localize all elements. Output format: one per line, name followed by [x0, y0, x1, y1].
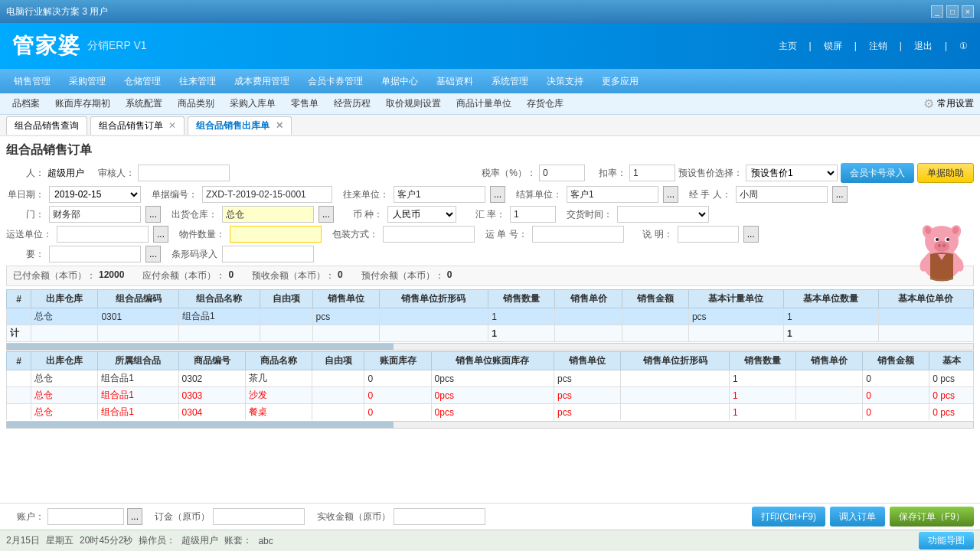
- waybill-input[interactable]: [532, 226, 624, 243]
- close-button[interactable]: ×: [962, 5, 974, 18]
- sub-nav-3[interactable]: 商品类别: [172, 95, 220, 112]
- req-label: 要：: [6, 248, 44, 261]
- nav-basic[interactable]: 基础资料: [429, 72, 481, 91]
- tab-close-1[interactable]: ✕: [168, 120, 176, 131]
- dept-label: 门：: [6, 208, 44, 221]
- nav-decision[interactable]: 决策支持: [539, 72, 591, 91]
- shipping-input[interactable]: [57, 226, 149, 243]
- sub-nav-8[interactable]: 商品计量单位: [450, 95, 518, 112]
- barcode-input[interactable]: [222, 246, 314, 262]
- req-input[interactable]: [49, 246, 141, 262]
- breadcrumb-tab-1[interactable]: 组合品销售订单 ✕: [90, 116, 185, 135]
- discount-input[interactable]: [629, 165, 675, 181]
- dept-input[interactable]: [49, 206, 141, 223]
- nav-lock[interactable]: 锁屏: [824, 40, 842, 53]
- account-lookup-button[interactable]: ...: [127, 508, 142, 525]
- svg-point-7: [936, 238, 939, 241]
- lcol-price: 销售单价: [796, 352, 863, 370]
- date-input[interactable]: 2019-02-15: [49, 186, 141, 203]
- settings-label[interactable]: 常用设置: [937, 97, 974, 110]
- sub-nav-0[interactable]: 品档案: [6, 95, 46, 112]
- title-bar: 电脑行业解决方案 3 用户 _ □ ×: [0, 0, 980, 23]
- sub-nav-4[interactable]: 采购入库单: [224, 95, 282, 112]
- brand-name: 管家婆: [12, 31, 81, 60]
- sub-nav-1[interactable]: 账面库存期初: [49, 95, 116, 112]
- nav-member[interactable]: 会员卡券管理: [300, 72, 371, 91]
- lower-table-row-2[interactable]: 总仓 组合品1 0304 餐桌 0 0pcs pcs 1 0 0 pcs: [7, 404, 974, 421]
- handler-label: 经 手 人：: [689, 188, 731, 201]
- sub-nav-6[interactable]: 经营历程: [328, 95, 377, 112]
- minimize-button[interactable]: _: [931, 5, 943, 18]
- save-button[interactable]: 保存订单（F9）: [890, 507, 974, 527]
- sub-nav: 品档案 账面库存期初 系统配置 商品类别 采购入库单 零售单 经营历程 取价规则…: [0, 93, 980, 115]
- tax-rate-label: 税率（%）：: [482, 167, 536, 180]
- lower-row0-qty: 1: [730, 370, 796, 387]
- req-lookup-button[interactable]: ...: [145, 246, 161, 262]
- upper-table-scrollbar[interactable]: [6, 343, 974, 350]
- lower-table-row-0[interactable]: 总仓 组合品1 0302 茶几 0 0pcs pcs 1 0 0 pcs: [7, 370, 974, 387]
- member-card-button[interactable]: 会员卡号录入: [841, 163, 914, 183]
- nav-logout[interactable]: 注销: [869, 40, 887, 53]
- sub-nav-7[interactable]: 取价规则设置: [380, 95, 447, 112]
- breadcrumb-tab-2[interactable]: 组合品销售出库单 ✕: [188, 116, 291, 135]
- lcol-combo: 所属组合品: [98, 352, 178, 370]
- note-label: 说 明：: [635, 228, 673, 241]
- nav-purchase[interactable]: 采购管理: [61, 72, 113, 91]
- svg-point-2: [934, 241, 949, 252]
- nav-voucher[interactable]: 单据中心: [374, 72, 426, 91]
- breadcrumb-tab-0[interactable]: 组合品销售查询: [6, 116, 87, 135]
- status-account-label: 账套：: [224, 534, 252, 547]
- handler-lookup-button[interactable]: ...: [832, 186, 848, 203]
- shipping-lookup-button[interactable]: ...: [153, 226, 168, 243]
- sub-nav-5[interactable]: 零售单: [285, 95, 325, 112]
- lower-table-scrollbar[interactable]: [6, 421, 974, 429]
- upper-total-row: 计 1 1: [7, 325, 974, 342]
- sub-nav-2[interactable]: 系统配置: [119, 95, 168, 112]
- nav-warehouse[interactable]: 仓储管理: [116, 72, 168, 91]
- parts-input[interactable]: [230, 226, 322, 243]
- note-lookup-button[interactable]: ...: [743, 226, 759, 243]
- partner-input[interactable]: [394, 186, 485, 203]
- import-button[interactable]: 调入订单: [830, 507, 885, 527]
- function-map-button[interactable]: 功能导图: [919, 532, 974, 549]
- nav-home[interactable]: 主页: [779, 40, 797, 53]
- status-time: 20时45分2秒: [80, 534, 132, 547]
- nav-dealings[interactable]: 往来管理: [172, 72, 224, 91]
- lower-table-row-1[interactable]: 总仓 组合品1 0303 沙发 0 0pcs pcs 1 0 0 pcs: [7, 387, 974, 404]
- warehouse-input[interactable]: [222, 206, 314, 223]
- settle-lookup-button[interactable]: ...: [663, 186, 678, 203]
- nav-info[interactable]: ①: [959, 41, 968, 51]
- receivable-label: 应付余额（本币）：: [142, 269, 225, 282]
- print-button[interactable]: 打印(Ctrl+F9): [752, 507, 825, 527]
- note-input[interactable]: [678, 226, 739, 243]
- nav-cost[interactable]: 成本费用管理: [227, 72, 297, 91]
- barcode-label: 条形码录入: [172, 248, 217, 261]
- nav-sales[interactable]: 销售管理: [6, 72, 58, 91]
- order-total-input[interactable]: [213, 508, 305, 525]
- maximize-button[interactable]: □: [946, 5, 959, 18]
- col-no: #: [7, 290, 31, 308]
- reviewer-input[interactable]: [138, 165, 230, 181]
- handler-input[interactable]: [736, 186, 828, 203]
- order-no-input[interactable]: [202, 186, 332, 203]
- nav-exit[interactable]: 退出: [914, 40, 933, 53]
- tab-close-2[interactable]: ✕: [276, 120, 283, 131]
- sub-nav-9[interactable]: 存货仓库: [521, 95, 570, 112]
- nav-more[interactable]: 更多应用: [594, 72, 646, 91]
- warehouse-lookup-button[interactable]: ...: [318, 206, 334, 223]
- trade-time-select[interactable]: [617, 206, 709, 223]
- price-select[interactable]: 预设售价1: [746, 165, 838, 181]
- partner-lookup-button[interactable]: ...: [490, 186, 505, 203]
- pack-input[interactable]: [383, 226, 475, 243]
- tax-rate-input[interactable]: [539, 165, 585, 181]
- settle-input[interactable]: [567, 186, 658, 203]
- table-row[interactable]: 总仓 0301 组合品1 pcs 1 pcs 1: [7, 308, 974, 325]
- exchange-input[interactable]: [510, 206, 556, 223]
- dept-lookup-button[interactable]: ...: [145, 206, 161, 223]
- currency-select[interactable]: 人民币: [387, 206, 456, 223]
- help-button[interactable]: 单据助助: [917, 163, 974, 183]
- nav-system[interactable]: 系统管理: [484, 72, 536, 91]
- actual-input[interactable]: [394, 508, 485, 525]
- account-input[interactable]: [47, 508, 124, 525]
- status-weekday: 星期五: [46, 534, 74, 547]
